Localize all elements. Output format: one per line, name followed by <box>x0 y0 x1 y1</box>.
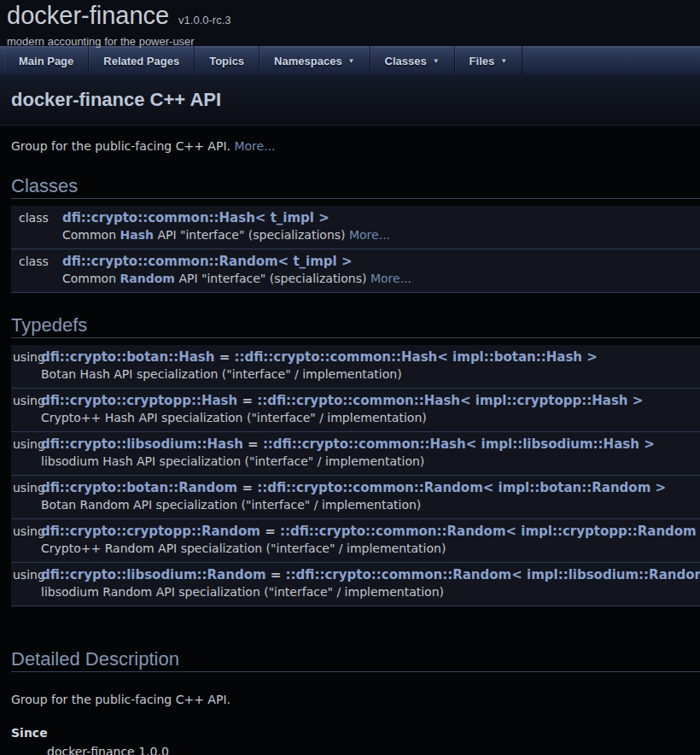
contents: Group for the public-facing C++ API. Mor… <box>0 139 700 755</box>
classes-heading: Classes <box>11 176 700 199</box>
member-keyword: using <box>11 392 41 409</box>
typedef-link[interactable]: dfi::crypto::cryptopp::Hash <box>41 393 237 408</box>
base-class-link[interactable]: ::dfi::crypto::common::Hash <box>257 393 460 408</box>
template-open: < <box>466 436 481 452</box>
summary-text: Group for the public-facing C++ API. <box>11 139 234 153</box>
table-row: using dfi::crypto::botan::Random = ::dfi… <box>11 476 700 519</box>
template-close: > <box>639 436 655 452</box>
template-open: < <box>511 567 527 582</box>
typedefs-table: using dfi::crypto::botan::Hash = ::dfi::… <box>11 345 700 606</box>
typedef-link[interactable]: dfi::crypto::libsodium::Hash <box>41 436 243 452</box>
spacer-cell <box>11 583 41 600</box>
project-title-row: docker-finance v1.0.0-rc.3 <box>7 2 700 34</box>
detailed-description-heading: Detailed Description <box>11 649 700 672</box>
nav-tab-main-page[interactable]: Main Page <box>4 46 89 75</box>
equals-sign: = <box>214 349 234 365</box>
spacer-cell <box>11 409 41 426</box>
doxygen-page: docker-finance v1.0.0-rc.3 modern accoun… <box>0 0 700 755</box>
typedef-link[interactable]: dfi::crypto::botan::Hash <box>41 349 214 365</box>
impl-class-link[interactable]: impl::cryptopp::Random <box>521 524 696 539</box>
nav-tab-label: Main Page <box>19 55 73 67</box>
impl-class-link[interactable]: impl::botan::Hash <box>452 349 582 365</box>
member-keyword: using <box>11 348 41 366</box>
class-link[interactable]: dfi::crypto::common::Random< t_impl > <box>62 254 353 269</box>
member-description: Crypto++ Random API specialization ("int… <box>41 540 700 557</box>
table-row: class dfi::crypto::common::Hash< t_impl … <box>11 206 700 249</box>
member-description: Botan Random API specialization ("interf… <box>41 496 700 513</box>
description-text: Common <box>62 228 120 242</box>
project-name: docker-finance <box>7 2 169 29</box>
equals-sign: = <box>243 436 263 452</box>
typedefs-heading: Typedefs <box>11 315 700 338</box>
template-close: > <box>582 349 598 365</box>
template-open: < <box>437 349 452 365</box>
base-class-link[interactable]: ::dfi::crypto::common::Hash <box>263 436 466 452</box>
base-class-link[interactable]: ::dfi::crypto::common::Random <box>286 567 512 582</box>
impl-class-link[interactable]: impl::botan::Random <box>499 480 651 495</box>
nav-tab-related-pages[interactable]: Related Pages <box>89 46 195 75</box>
spacer-cell <box>11 226 62 243</box>
nav-tab-classes[interactable]: Classes ▼ <box>370 46 455 75</box>
description-text: Common <box>62 272 120 285</box>
more-link[interactable]: More... <box>349 228 390 242</box>
spacer-cell <box>11 540 41 557</box>
group-summary: Group for the public-facing C++ API. Mor… <box>11 139 689 154</box>
project-version: v1.0.0-rc.3 <box>178 14 230 26</box>
impl-class-link[interactable]: impl::cryptopp::Hash <box>475 393 628 408</box>
class-link[interactable]: Random <box>120 272 175 285</box>
equals-sign: = <box>260 524 280 539</box>
member-keyword: using <box>11 479 41 496</box>
nav-tab-topics[interactable]: Topics <box>195 46 260 75</box>
nav-tab-files[interactable]: Files ▼ <box>455 46 523 75</box>
equals-sign: = <box>237 480 257 495</box>
template-close: > <box>650 480 666 495</box>
member-description: libsodium Random API specialization ("in… <box>41 583 700 600</box>
page-title: docker-finance C++ API <box>11 90 689 110</box>
class-link[interactable]: dfi::crypto::common::Hash< t_impl > <box>62 210 330 225</box>
base-class-link[interactable]: ::dfi::crypto::common::Random <box>280 524 506 539</box>
more-link[interactable]: More... <box>234 139 275 153</box>
class-link[interactable]: Hash <box>120 228 154 242</box>
classes-table: class dfi::crypto::common::Hash< t_impl … <box>11 206 700 293</box>
member-keyword: using <box>11 566 41 583</box>
typedef-link[interactable]: dfi::crypto::botan::Random <box>41 480 237 495</box>
member-keyword: class <box>11 209 62 226</box>
equals-sign: = <box>266 567 286 582</box>
spacer-cell <box>11 453 41 470</box>
spacer-cell <box>11 270 62 287</box>
typedef-link[interactable]: dfi::crypto::cryptopp::Random <box>41 524 260 539</box>
member-description: Crypto++ Hash API specialization ("inter… <box>41 409 700 426</box>
base-class-link[interactable]: ::dfi::crypto::common::Hash <box>234 349 437 365</box>
detailed-description-text: Group for the public-facing C++ API. <box>11 693 700 707</box>
member-keyword: class <box>11 253 62 270</box>
member-description: Common Hash API "interface" (specializat… <box>62 226 700 243</box>
member-description: libsodium Hash API specialization ("inte… <box>41 453 700 470</box>
nav-tab-label: Topics <box>209 55 244 67</box>
template-close: > <box>628 393 644 408</box>
nav-tab-label: Classes <box>385 55 427 67</box>
page-header: docker-finance v1.0.0-rc.3 modern accoun… <box>0 0 700 45</box>
base-class-link[interactable]: ::dfi::crypto::common::Random <box>257 480 483 495</box>
description-text: API "interface" (specializations) <box>154 228 349 242</box>
table-row: using dfi::crypto::cryptopp::Hash = ::df… <box>11 389 700 432</box>
impl-class-link[interactable]: impl::libsodium::Hash <box>481 436 639 452</box>
spacer-cell <box>11 366 41 383</box>
table-row: using dfi::crypto::botan::Hash = ::dfi::… <box>11 345 700 389</box>
chevron-down-icon: ▼ <box>433 57 440 65</box>
template-close: > <box>697 524 700 539</box>
table-row: using dfi::crypto::cryptopp::Random = ::… <box>11 519 700 563</box>
equals-sign: = <box>237 393 257 408</box>
nav-tab-namespaces[interactable]: Namespaces ▼ <box>260 46 370 75</box>
template-open: < <box>506 524 522 539</box>
main-nav: Main Page Related Pages Topics Namespace… <box>0 45 700 75</box>
chevron-down-icon: ▼ <box>348 57 355 65</box>
member-keyword: using <box>11 523 41 540</box>
typedef-link[interactable]: dfi::crypto::libsodium::Random <box>41 567 266 582</box>
template-open: < <box>460 393 475 408</box>
member-description: Common Random API "interface" (specializ… <box>62 270 700 287</box>
since-label: Since <box>11 726 700 740</box>
more-link[interactable]: More... <box>370 272 411 285</box>
description-text: API "interface" (specializations) <box>175 272 370 285</box>
impl-class-link[interactable]: impl::libsodium::Random <box>527 567 700 582</box>
table-row: class dfi::crypto::common::Random< t_imp… <box>11 249 700 293</box>
